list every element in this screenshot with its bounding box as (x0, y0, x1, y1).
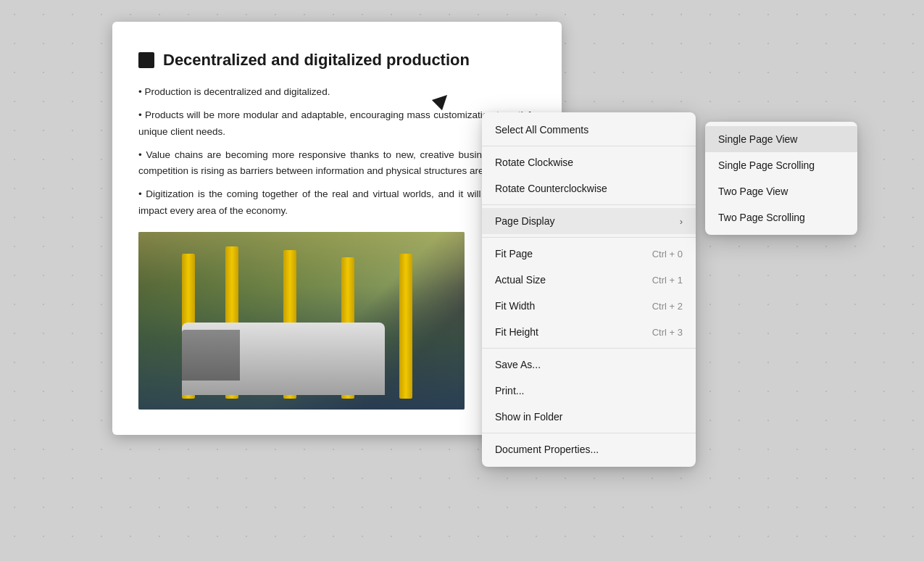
submenu-item-label: Two Page View (718, 186, 788, 197)
menu-item-label: Fit Page (495, 248, 533, 259)
paragraph-1: • Production is decentralized and digita… (138, 84, 536, 100)
menu-item-shortcut: Ctrl + 2 (652, 301, 683, 312)
menu-item-shortcut: Ctrl + 1 (652, 275, 683, 286)
menu-item-show-in-folder[interactable]: Show in Folder (482, 404, 696, 430)
menu-item-label: Fit Width (495, 300, 535, 312)
menu-item-label: Rotate Clockwise (495, 157, 573, 168)
menu-item-fit-page[interactable]: Fit Page Ctrl + 0 (482, 241, 696, 267)
menu-item-shortcut: Ctrl + 0 (652, 249, 683, 259)
document-icon (138, 52, 154, 68)
menu-item-fit-height[interactable]: Fit Height Ctrl + 3 (482, 319, 696, 345)
menu-item-label: Save As... (495, 359, 541, 370)
menu-item-label: Rotate Counterclockwise (495, 183, 607, 194)
menu-item-label: Print... (495, 385, 524, 396)
pillar-5 (399, 254, 412, 399)
menu-separator-2 (482, 204, 696, 205)
menu-item-rotate-clockwise[interactable]: Rotate Clockwise (482, 149, 696, 175)
chevron-right-icon: › (680, 216, 683, 227)
menu-separator-3 (482, 237, 696, 238)
menu-item-label: Document Properties... (495, 444, 599, 455)
submenu-item-label: Single Page Scrolling (718, 159, 815, 171)
pdf-body: • Production is decentralized and digita… (138, 84, 536, 219)
factory-image (138, 232, 465, 410)
menu-item-fit-width[interactable]: Fit Width Ctrl + 2 (482, 293, 696, 319)
submenu-item-label: Single Page View (718, 133, 797, 145)
menu-item-shortcut: Ctrl + 3 (652, 327, 683, 338)
menu-item-page-display[interactable]: Page Display › (482, 208, 696, 234)
document-title: Decentralized and digitalized production (163, 51, 470, 70)
submenu-item-single-page-view[interactable]: Single Page View (705, 126, 857, 152)
menu-item-label: Show in Folder (495, 411, 562, 423)
menu-separator-5 (482, 433, 696, 433)
pdf-title: Decentralized and digitalized production (138, 51, 536, 70)
paragraph-4: • Digitization is the coming together of… (138, 186, 536, 219)
menu-item-save-as[interactable]: Save As... (482, 352, 696, 378)
submenu-item-label: Two Page Scrolling (718, 212, 805, 223)
menu-item-rotate-counterclockwise[interactable]: Rotate Counterclockwise (482, 175, 696, 201)
menu-item-label: Fit Height (495, 326, 538, 338)
menu-item-label: Page Display (495, 215, 555, 227)
menu-item-print[interactable]: Print... (482, 378, 696, 404)
context-menu: Select All Comments Rotate Clockwise Rot… (482, 112, 696, 467)
menu-separator-4 (482, 348, 696, 349)
truck-silhouette (182, 323, 385, 395)
submenu-item-two-page-view[interactable]: Two Page View (705, 178, 857, 204)
menu-separator-1 (482, 146, 696, 146)
menu-item-document-properties[interactable]: Document Properties... (482, 436, 696, 462)
paragraph-2: • Products will be more modular and adap… (138, 107, 536, 140)
menu-item-label: Select All Comments (495, 124, 588, 136)
menu-item-select-all-comments[interactable]: Select All Comments (482, 117, 696, 143)
menu-item-label: Actual Size (495, 274, 546, 286)
menu-item-actual-size[interactable]: Actual Size Ctrl + 1 (482, 267, 696, 293)
page-display-submenu: Single Page View Single Page Scrolling T… (705, 122, 857, 235)
submenu-item-two-page-scrolling[interactable]: Two Page Scrolling (705, 204, 857, 230)
paragraph-3: • Value chains are becoming more respons… (138, 147, 536, 180)
submenu-item-single-page-scrolling[interactable]: Single Page Scrolling (705, 152, 857, 178)
